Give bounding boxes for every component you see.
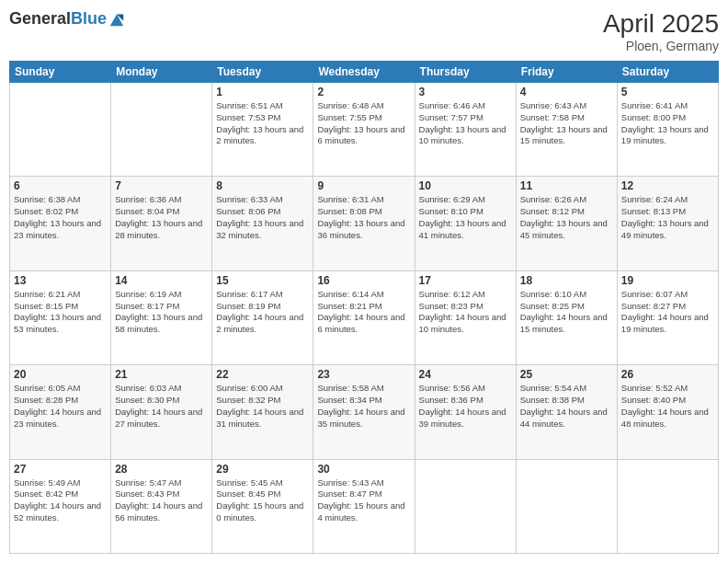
- calendar-header-thursday: Thursday: [415, 62, 516, 83]
- day-number: 1: [216, 86, 309, 98]
- calendar-cell: 14Sunrise: 6:19 AM Sunset: 8:17 PM Dayli…: [111, 270, 212, 364]
- day-number: 5: [621, 86, 714, 98]
- calendar-cell: 29Sunrise: 5:45 AM Sunset: 8:45 PM Dayli…: [212, 459, 313, 553]
- day-info: Sunrise: 6:48 AM Sunset: 7:55 PM Dayligh…: [317, 100, 410, 147]
- calendar-cell: 22Sunrise: 6:00 AM Sunset: 8:32 PM Dayli…: [212, 365, 313, 459]
- day-number: 26: [621, 368, 714, 381]
- day-number: 4: [520, 86, 613, 98]
- calendar-header-friday: Friday: [516, 62, 617, 83]
- day-info: Sunrise: 6:00 AM Sunset: 8:32 PM Dayligh…: [216, 383, 309, 430]
- day-number: 28: [115, 463, 208, 476]
- calendar-cell: 30Sunrise: 5:43 AM Sunset: 8:47 PM Dayli…: [313, 459, 415, 553]
- day-number: 12: [621, 179, 714, 192]
- calendar-cell: 27Sunrise: 5:49 AM Sunset: 8:42 PM Dayli…: [10, 459, 111, 553]
- day-number: 18: [520, 274, 613, 287]
- calendar-cell: 17Sunrise: 6:12 AM Sunset: 8:23 PM Dayli…: [415, 270, 516, 364]
- day-number: 19: [621, 274, 714, 287]
- day-info: Sunrise: 6:24 AM Sunset: 8:13 PM Dayligh…: [621, 194, 714, 241]
- calendar-cell: 20Sunrise: 6:05 AM Sunset: 8:28 PM Dayli…: [10, 365, 111, 459]
- calendar-cell: [516, 459, 617, 553]
- day-info: Sunrise: 5:49 AM Sunset: 8:42 PM Dayligh…: [14, 477, 107, 524]
- day-info: Sunrise: 5:58 AM Sunset: 8:34 PM Dayligh…: [317, 383, 410, 430]
- day-number: 6: [14, 179, 107, 192]
- main-title: April 2025: [603, 9, 719, 39]
- calendar-week-2: 6Sunrise: 6:38 AM Sunset: 8:02 PM Daylig…: [10, 177, 719, 270]
- calendar-cell: [617, 459, 718, 553]
- calendar-cell: 4Sunrise: 6:43 AM Sunset: 7:58 PM Daylig…: [516, 83, 617, 177]
- day-info: Sunrise: 6:03 AM Sunset: 8:30 PM Dayligh…: [115, 383, 208, 430]
- day-number: 30: [317, 463, 410, 476]
- page: GeneralBlue April 2025 Ploen, Germany Su…: [0, 0, 728, 563]
- calendar-table: SundayMondayTuesdayWednesdayThursdayFrid…: [9, 61, 719, 554]
- calendar-cell: 3Sunrise: 6:46 AM Sunset: 7:57 PM Daylig…: [415, 83, 516, 177]
- day-number: 29: [216, 463, 309, 476]
- calendar-cell: 25Sunrise: 5:54 AM Sunset: 8:38 PM Dayli…: [516, 365, 617, 459]
- day-info: Sunrise: 5:45 AM Sunset: 8:45 PM Dayligh…: [216, 477, 309, 524]
- calendar-cell: 15Sunrise: 6:17 AM Sunset: 8:19 PM Dayli…: [212, 270, 313, 364]
- day-number: 27: [14, 463, 107, 476]
- header: GeneralBlue April 2025 Ploen, Germany: [9, 9, 719, 53]
- calendar-cell: 23Sunrise: 5:58 AM Sunset: 8:34 PM Dayli…: [313, 365, 415, 459]
- calendar-cell: 9Sunrise: 6:31 AM Sunset: 8:08 PM Daylig…: [313, 177, 415, 270]
- calendar-header-wednesday: Wednesday: [313, 62, 415, 83]
- calendar-cell: 18Sunrise: 6:10 AM Sunset: 8:25 PM Dayli…: [516, 270, 617, 364]
- calendar-cell: 24Sunrise: 5:56 AM Sunset: 8:36 PM Dayli…: [415, 365, 516, 459]
- calendar-cell: 10Sunrise: 6:29 AM Sunset: 8:10 PM Dayli…: [415, 177, 516, 270]
- calendar-cell: 21Sunrise: 6:03 AM Sunset: 8:30 PM Dayli…: [111, 365, 212, 459]
- calendar-week-3: 13Sunrise: 6:21 AM Sunset: 8:15 PM Dayli…: [10, 270, 719, 364]
- calendar-cell: 2Sunrise: 6:48 AM Sunset: 7:55 PM Daylig…: [313, 83, 415, 177]
- calendar-cell: [111, 83, 212, 177]
- logo-general: General: [9, 9, 71, 28]
- day-number: 8: [216, 179, 309, 192]
- day-info: Sunrise: 5:52 AM Sunset: 8:40 PM Dayligh…: [621, 383, 714, 430]
- day-info: Sunrise: 5:47 AM Sunset: 8:43 PM Dayligh…: [115, 477, 208, 524]
- day-number: 23: [317, 368, 410, 381]
- logo-text: GeneralBlue: [9, 9, 107, 29]
- day-number: 14: [115, 274, 208, 287]
- day-info: Sunrise: 6:05 AM Sunset: 8:28 PM Dayligh…: [14, 383, 107, 430]
- day-info: Sunrise: 6:29 AM Sunset: 8:10 PM Dayligh…: [419, 194, 512, 241]
- calendar-cell: 12Sunrise: 6:24 AM Sunset: 8:13 PM Dayli…: [617, 177, 718, 270]
- calendar-cell: 26Sunrise: 5:52 AM Sunset: 8:40 PM Dayli…: [617, 365, 718, 459]
- day-number: 3: [419, 86, 512, 98]
- day-number: 22: [216, 368, 309, 381]
- calendar-header-saturday: Saturday: [617, 62, 718, 83]
- day-info: Sunrise: 6:26 AM Sunset: 8:12 PM Dayligh…: [520, 194, 613, 241]
- day-number: 11: [520, 179, 613, 192]
- day-info: Sunrise: 6:10 AM Sunset: 8:25 PM Dayligh…: [520, 289, 613, 336]
- title-block: April 2025 Ploen, Germany: [603, 9, 719, 53]
- calendar-week-5: 27Sunrise: 5:49 AM Sunset: 8:42 PM Dayli…: [10, 459, 719, 553]
- calendar-header-tuesday: Tuesday: [212, 62, 313, 83]
- calendar-cell: 5Sunrise: 6:41 AM Sunset: 8:00 PM Daylig…: [617, 83, 718, 177]
- day-number: 10: [419, 179, 512, 192]
- logo-blue: Blue: [71, 9, 107, 28]
- day-number: 25: [520, 368, 613, 381]
- day-info: Sunrise: 6:17 AM Sunset: 8:19 PM Dayligh…: [216, 289, 309, 336]
- logo: GeneralBlue: [9, 9, 125, 29]
- day-number: 7: [115, 179, 208, 192]
- calendar-cell: 11Sunrise: 6:26 AM Sunset: 8:12 PM Dayli…: [516, 177, 617, 270]
- calendar-header-sunday: Sunday: [10, 62, 111, 83]
- day-number: 17: [419, 274, 512, 287]
- day-info: Sunrise: 6:43 AM Sunset: 7:58 PM Dayligh…: [520, 100, 613, 147]
- calendar-cell: 1Sunrise: 6:51 AM Sunset: 7:53 PM Daylig…: [212, 83, 313, 177]
- day-info: Sunrise: 6:12 AM Sunset: 8:23 PM Dayligh…: [419, 289, 512, 336]
- calendar-header-monday: Monday: [111, 62, 212, 83]
- calendar-cell: 28Sunrise: 5:47 AM Sunset: 8:43 PM Dayli…: [111, 459, 212, 553]
- calendar-week-1: 1Sunrise: 6:51 AM Sunset: 7:53 PM Daylig…: [10, 83, 719, 177]
- calendar-cell: 8Sunrise: 6:33 AM Sunset: 8:06 PM Daylig…: [212, 177, 313, 270]
- day-number: 16: [317, 274, 410, 287]
- day-number: 20: [14, 368, 107, 381]
- calendar-cell: 19Sunrise: 6:07 AM Sunset: 8:27 PM Dayli…: [617, 270, 718, 364]
- calendar-cell: 6Sunrise: 6:38 AM Sunset: 8:02 PM Daylig…: [10, 177, 111, 270]
- day-number: 2: [317, 86, 410, 98]
- day-number: 13: [14, 274, 107, 287]
- calendar-week-4: 20Sunrise: 6:05 AM Sunset: 8:28 PM Dayli…: [10, 365, 719, 459]
- day-info: Sunrise: 6:07 AM Sunset: 8:27 PM Dayligh…: [621, 289, 714, 336]
- calendar-cell: [415, 459, 516, 553]
- calendar-cell: 16Sunrise: 6:14 AM Sunset: 8:21 PM Dayli…: [313, 270, 415, 364]
- day-number: 9: [317, 179, 410, 192]
- day-number: 15: [216, 274, 309, 287]
- calendar-cell: 13Sunrise: 6:21 AM Sunset: 8:15 PM Dayli…: [10, 270, 111, 364]
- day-number: 24: [419, 368, 512, 381]
